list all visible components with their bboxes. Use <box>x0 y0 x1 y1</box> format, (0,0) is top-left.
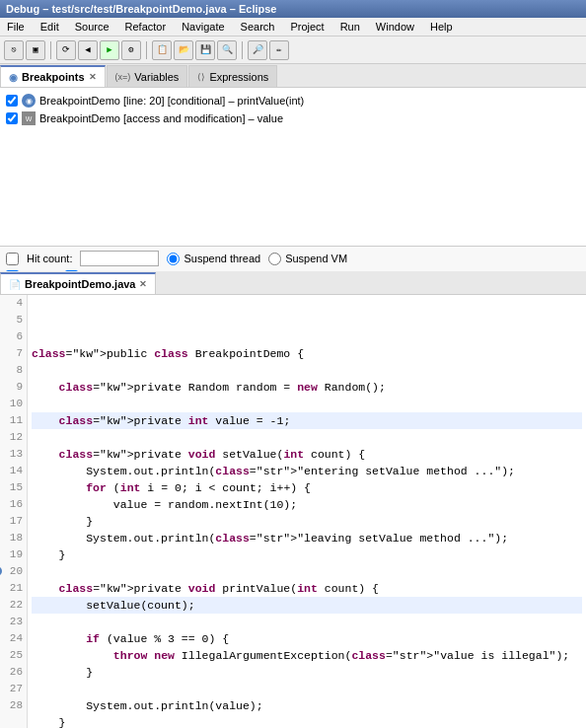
suspend-vm-option[interactable]: Suspend VM <box>268 253 347 265</box>
suspend-thread-label: Suspend thread <box>183 253 260 264</box>
code-area[interactable]: 4567891011121314151617181920212223242526… <box>0 295 586 728</box>
toolbar-btn-4[interactable]: ◀ <box>78 40 98 60</box>
hit-count-input[interactable] <box>80 251 159 266</box>
toolbar-btn-3[interactable]: ⟳ <box>56 40 76 60</box>
bp-marker-20[interactable] <box>0 566 2 576</box>
code-line-22: if (value % 3 == 0) { <box>32 630 582 647</box>
code-line-27: } <box>32 714 582 728</box>
line-num-24: 24 <box>4 630 23 647</box>
line-num-5: 5 <box>4 312 23 328</box>
code-line-19: class="kw">private void printValue(int c… <box>32 580 582 597</box>
code-line-23: throw new IllegalArgumentException(class… <box>32 647 582 664</box>
bp-text-1: BreakpointDemo [access and modification]… <box>39 112 283 124</box>
line-num-11: 11 <box>4 412 23 429</box>
file-icon: 📄 <box>9 279 21 290</box>
bp-checkbox-1[interactable] <box>6 112 18 124</box>
line-num-23: 23 <box>4 614 23 630</box>
breakpoints-tab-close[interactable]: ✕ <box>89 72 97 82</box>
line-num-12: 12 <box>4 429 23 446</box>
menu-item-edit[interactable]: Edit <box>37 20 62 34</box>
toolbar-sep-1 <box>50 41 51 59</box>
code-line-13: for (int i = 0; i < count; i++) { <box>32 479 582 496</box>
top-tabs: ◉ Breakpoints ✕ (x=) Variables ⟨⟩ Expres… <box>0 64 586 88</box>
code-line-16: System.out.println(class="str">"leaving … <box>32 530 582 546</box>
bp-text-0: BreakpointDemo [line: 20] [conditional] … <box>39 95 304 107</box>
code-line-20: setValue(count); <box>32 597 582 614</box>
toolbar-btn-2[interactable]: ▣ <box>26 40 45 60</box>
menu-bar: FileEditSourceRefactorNavigateSearchProj… <box>0 18 586 36</box>
code-line-8 <box>32 396 582 412</box>
toolbar-btn-9[interactable]: 🔍 <box>217 40 237 60</box>
expressions-tab-icon: ⟨⟩ <box>197 72 205 82</box>
line-num-13: 13 <box>4 446 23 463</box>
toolbar-btn-8[interactable]: 💾 <box>195 40 215 60</box>
line-num-4: 4 <box>4 295 23 312</box>
variables-tab-icon: (x=) <box>115 72 131 82</box>
line-numbers: 4567891011121314151617181920212223242526… <box>0 295 28 728</box>
tab-expressions[interactable]: ⟨⟩ Expressions <box>188 65 277 87</box>
hit-count-row: Hit count: Suspend thread Suspend VM <box>6 251 580 266</box>
line-num-25: 25 <box>4 647 23 664</box>
menu-item-run[interactable]: Run <box>337 20 363 34</box>
code-content[interactable]: class="kw">public class BreakpointDemo {… <box>28 295 586 728</box>
tab-breakpointdemo[interactable]: 📄 BreakpointDemo.java ✕ <box>0 272 156 294</box>
line-num-17: 17 <box>4 513 23 530</box>
menu-item-file[interactable]: File <box>4 20 28 34</box>
expressions-tab-label: Expressions <box>209 71 268 83</box>
line-num-19: 19 <box>4 546 23 563</box>
tab-variables[interactable]: (x=) Variables <box>107 65 188 87</box>
breakpoint-item-0[interactable]: ◉ BreakpointDemo [line: 20] [conditional… <box>4 92 582 109</box>
menu-item-navigate[interactable]: Navigate <box>179 20 227 34</box>
editor-tab-label: BreakpointDemo.java <box>25 278 135 290</box>
toolbar-btn-11[interactable]: ✏ <box>269 40 289 60</box>
breakpoint-item-1[interactable]: W BreakpointDemo [access and modificatio… <box>4 109 582 127</box>
code-line-12: System.out.println(class="str">"entering… <box>32 463 582 479</box>
menu-item-help[interactable]: Help <box>427 20 456 34</box>
code-line-7: class="kw">private Random random = new R… <box>32 379 582 396</box>
code-line-25 <box>32 681 582 697</box>
menu-item-source[interactable]: Source <box>72 20 112 34</box>
code-line-14: value = random.nextInt(10); <box>32 496 582 513</box>
suspend-vm-radio[interactable] <box>268 253 281 265</box>
line-num-16: 16 <box>4 496 23 513</box>
toolbar-btn-7[interactable]: 📂 <box>174 40 193 60</box>
code-line-18 <box>32 563 582 580</box>
toolbar-btn-1[interactable]: ⎋ <box>4 40 24 60</box>
run-btn[interactable]: ▶ <box>100 40 119 60</box>
hit-count-checkbox[interactable] <box>6 253 19 265</box>
tab-breakpoints[interactable]: ◉ Breakpoints ✕ <box>0 65 106 87</box>
line-num-18: 18 <box>4 530 23 546</box>
toolbar-btn-6[interactable]: 📋 <box>152 40 172 60</box>
window-title: Debug – test/src/test/BreakpointDemo.jav… <box>6 3 277 15</box>
line-num-6: 6 <box>4 328 23 345</box>
menu-item-window[interactable]: Window <box>373 20 417 34</box>
code-line-15: } <box>32 513 582 530</box>
variables-tab-label: Variables <box>134 71 179 83</box>
toolbar-btn-10[interactable]: 🔎 <box>248 40 267 60</box>
code-line-21 <box>32 614 582 630</box>
suspend-thread-radio[interactable] <box>167 253 180 265</box>
line-num-21: 21 <box>4 580 23 597</box>
breakpoints-tab-icon: ◉ <box>9 72 18 83</box>
menu-item-refactor[interactable]: Refactor <box>122 20 170 34</box>
line-num-10: 10 <box>4 396 23 412</box>
bp-icon-0: ◉ <box>22 94 36 108</box>
toolbar-btn-5[interactable]: ⚙ <box>121 40 141 60</box>
line-num-22: 22 <box>4 597 23 614</box>
line-num-27: 27 <box>4 681 23 697</box>
line-num-14: 14 <box>4 463 23 479</box>
code-line-6 <box>32 362 582 379</box>
editor-tab-close[interactable]: ✕ <box>139 279 147 289</box>
code-line-4 <box>32 328 582 345</box>
toolbar: ⎋ ▣ ⟳ ◀ ▶ ⚙ 📋 📂 💾 🔍 🔎 ✏ <box>0 36 586 64</box>
menu-item-search[interactable]: Search <box>238 20 278 34</box>
suspend-thread-option[interactable]: Suspend thread <box>167 253 260 265</box>
bp-checkbox-0[interactable] <box>6 95 18 107</box>
editor-panel: 📄 BreakpointDemo.java ✕ 4567891011121314… <box>0 271 586 728</box>
code-line-26: System.out.println(value); <box>32 697 582 714</box>
top-panel: ◉ Breakpoints ✕ (x=) Variables ⟨⟩ Expres… <box>0 64 586 271</box>
menu-item-project[interactable]: Project <box>287 20 327 34</box>
line-num-20: 20 <box>4 563 23 580</box>
line-num-7: 7 <box>4 345 23 362</box>
bp-icon-access: W <box>22 111 36 125</box>
